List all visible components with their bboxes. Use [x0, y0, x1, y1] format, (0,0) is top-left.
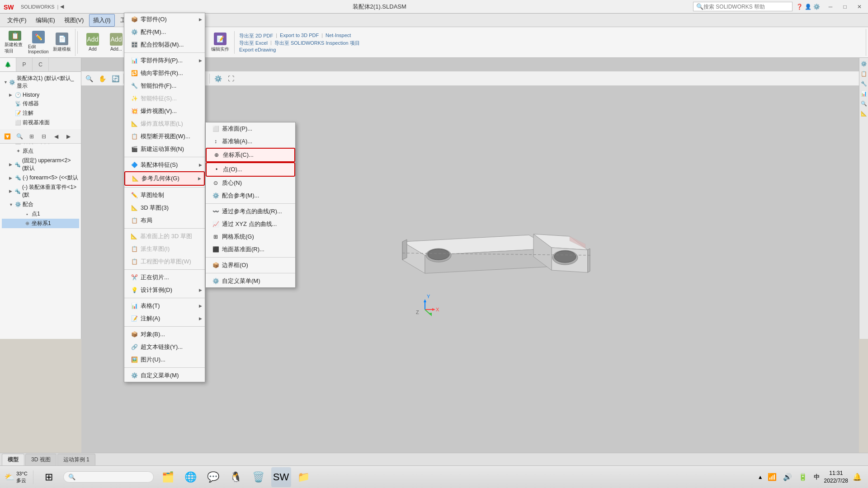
menu-mirror-part-item[interactable]: 🔁 镜向零部件(R)... [124, 67, 205, 80]
taskbar-search[interactable]: 🔍 [63, 471, 154, 483]
lp-tab-property[interactable]: P [16, 58, 33, 71]
refgeo-center-mass-item[interactable]: ⊙ 质心(N) [206, 177, 295, 189]
menu-hyperlink-item[interactable]: 🔗 超文本链接(Y)... [124, 341, 205, 353]
edit-work-button[interactable]: 📝 编辑实作 [209, 30, 231, 55]
taskbar-explorer-icon[interactable]: 🗂️ [158, 467, 178, 487]
tree-origin[interactable]: ✦ 原点 [2, 146, 79, 156]
refgeo-datum-plane-item[interactable]: ⬜ 基准面(P)... [206, 122, 295, 135]
taskbar-sw-icon[interactable]: SW [271, 467, 291, 487]
lp-tab-config[interactable]: C [33, 58, 49, 71]
tray-network-icon[interactable]: 📶 [766, 471, 778, 483]
tree-forearm[interactable]: ▶ 🔩 (-) forearm<5> (<<默认 [2, 173, 79, 183]
tree-upperarm[interactable]: ▶ 🔩 (固定) upperarm<2> (默认 [2, 156, 79, 173]
tray-sound-icon[interactable]: 🔊 [781, 471, 794, 483]
export-3d-button[interactable]: Export to 3D PDF [280, 33, 319, 39]
rs-icon-1[interactable]: ⚙️ [860, 60, 868, 68]
view-pan-icon[interactable]: ✋ [96, 73, 108, 84]
taskbar-file-icon[interactable]: 📁 [294, 467, 314, 487]
menu-smart-fastener-item[interactable]: 🔧 智能扣件(F)... [124, 80, 205, 92]
view-rotate-icon[interactable]: 🔄 [109, 73, 121, 84]
btab-3dview[interactable]: 3D 视图 [25, 454, 57, 465]
view-settings-icon[interactable]: ⚙️ [212, 73, 224, 84]
menu-layout-item[interactable]: 📋 布局 [124, 214, 205, 227]
tree-root[interactable]: ▼ ⚙️ 装配体2(1) (默认<默认_显示 [2, 74, 79, 91]
question-icon[interactable]: ❓ [796, 4, 803, 10]
rs-icon-2[interactable]: 📋 [860, 70, 868, 78]
lp-filter-icon[interactable]: 🔽 [2, 131, 13, 142]
refgeo-curve-xyz-item[interactable]: 📈 通过 XYZ 点的曲线... [206, 218, 295, 230]
refgeo-bounding-box-item[interactable]: 📦 边界框(O) [206, 259, 295, 272]
refgeo-mate-ref-item[interactable]: ⚙️ 配合参考(M)... [206, 189, 295, 202]
lp-tab-tree[interactable]: 🌲 [0, 58, 16, 71]
menu-item-file[interactable]: 文件(F) [4, 14, 30, 26]
menu-item-view[interactable]: 视图(V) [61, 14, 87, 26]
btab-motion[interactable]: 运动算例 1 [57, 454, 95, 465]
taskbar-trash-icon[interactable]: 🗑️ [249, 467, 269, 487]
refgeo-curve-ref-item[interactable]: 〰️ 通过参考点的曲线(R)... [206, 205, 295, 218]
menu-exploded-view-item[interactable]: 💥 爆炸视图(V)... [124, 105, 205, 117]
close-button[interactable]: ✕ [853, 0, 866, 13]
tree-point1[interactable]: • 点1 [2, 209, 79, 219]
export-sw-button[interactable]: 导出至 SOLIDWORKS Inspection 项目 [274, 40, 360, 47]
btab-model[interactable]: 模型 [2, 454, 24, 465]
menu-new-motion-item[interactable]: 🎬 新建运动算例(N) [124, 143, 205, 155]
menu-part-item[interactable]: 📦 零部件(O) [124, 13, 205, 26]
tree-assembly-vertical[interactable]: ▶ 🔩 (-) 装配体垂直零件<1> (默 [2, 183, 79, 200]
refgeo-ground-plane-item[interactable]: ⬛ 地面基准面(R)... [206, 243, 295, 256]
lp-nav-right-icon[interactable]: ▶ [63, 131, 74, 142]
maximize-button[interactable]: □ [838, 0, 852, 13]
tray-input-icon[interactable]: 中 [812, 471, 821, 483]
tray-battery-icon[interactable]: 🔋 [797, 471, 809, 483]
view-fullscreen-icon[interactable]: ⛶ [225, 73, 237, 84]
settings-icon[interactable]: ⚙️ [813, 4, 820, 10]
refgeo-grid-item[interactable]: ⊞ 网格系统(G) [206, 230, 295, 243]
menu-design-example-item[interactable]: 💡 设计算例(D) [124, 284, 205, 296]
menu-object-item[interactable]: 📦 对象(B)... [124, 328, 205, 341]
rs-icon-5[interactable]: 🔍 [860, 99, 868, 108]
menu-part-array-item[interactable]: 📊 零部件阵列(P)... [124, 54, 205, 67]
tree-history[interactable]: ▶ 🕐 History [2, 91, 79, 99]
menu-table-item[interactable]: 📊 表格(T) [124, 300, 205, 312]
refgeo-datum-axis-item[interactable]: ↕️ 基准轴(A)... [206, 135, 295, 148]
menu-sketch-item[interactable]: ✏️ 草图绘制 [124, 189, 205, 202]
help-search-input[interactable] [703, 4, 780, 10]
edit-inspection-button[interactable]: ✏️ Edit Inspection [27, 30, 50, 55]
refgeo-custom-menu-item[interactable]: ⚙️ 自定义菜单(M) [206, 275, 295, 287]
menu-assembly-controller-item[interactable]: 🎛️ 配合控制器(M)... [124, 38, 205, 51]
menu-3d-sketch-item[interactable]: 📐 3D 草图(3) [124, 202, 205, 214]
minimize-button[interactable]: ─ [824, 0, 837, 13]
tree-mate[interactable]: ▼ ⚙️ 配合 [2, 200, 79, 209]
menu-image-item[interactable]: 🖼️ 图片(U)... [124, 353, 205, 366]
notification-icon[interactable]: 🔔 [851, 471, 863, 483]
menu-refgeo-item[interactable]: 📐 参考几何体(G) [124, 171, 205, 186]
taskbar-notes-icon[interactable]: 🐧 [226, 467, 246, 487]
clock-widget[interactable]: 11:31 2022/7/28 [824, 469, 848, 485]
menu-arrow[interactable]: ◀ [58, 4, 66, 9]
add-characteristic-button[interactable]: Add Add [81, 30, 104, 55]
menu-annotation2-item[interactable]: 📝 注解(A) [124, 312, 205, 325]
export-excel-button[interactable]: 导出至 Excel [239, 40, 268, 47]
help-search-box[interactable]: 🔍 [693, 2, 793, 11]
start-button[interactable]: ⊞ [39, 467, 59, 487]
menu-model-break-item[interactable]: 📋 模型断开视图(W)... [124, 130, 205, 143]
export-drawing-button[interactable]: Export eDrawing [239, 47, 276, 52]
view-zoom-icon[interactable]: 🔍 [83, 73, 95, 84]
taskbar-edge-icon[interactable]: 🌐 [181, 467, 201, 487]
lp-search-icon[interactable]: 🔍 [14, 131, 25, 142]
tree-sensor[interactable]: 📡 传感器 [2, 99, 79, 108]
menu-custom-menu-item[interactable]: ⚙️ 自定义菜单(M) [124, 369, 205, 382]
menu-in-context-item[interactable]: ✂️ 正在切片... [124, 271, 205, 284]
new-inspection-button[interactable]: 📋 新建检查项目 [4, 30, 26, 55]
net-inspect-button[interactable]: Net-Inspect [326, 33, 351, 39]
export-2d-button[interactable]: 导出至 2D PDF [239, 33, 273, 39]
lp-nav-left-icon[interactable]: ◀ [51, 131, 61, 142]
lp-expand-icon[interactable]: ⊞ [26, 131, 37, 142]
rs-icon-4[interactable]: 📊 [860, 89, 868, 98]
lp-collapse-icon[interactable]: ⊟ [38, 131, 49, 142]
menu-assembly-item[interactable]: ⚙️ 配件(M)... [124, 26, 205, 38]
rs-icon-6[interactable]: 📐 [860, 109, 868, 117]
refgeo-coordinate-item[interactable]: ⊕ 坐标系(C)... [206, 148, 295, 162]
tray-arrow-icon[interactable]: ▲ [758, 474, 763, 480]
tree-coordinate1[interactable]: ⊕ 坐标系1 [2, 219, 79, 228]
tree-front-plane[interactable]: ⬜ 前视基准面 [2, 118, 79, 127]
